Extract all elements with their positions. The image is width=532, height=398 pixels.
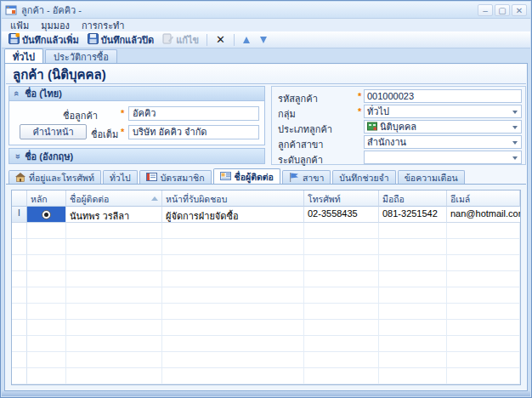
tab-detail-general[interactable]: ทั่วไป	[103, 170, 138, 185]
tab-general[interactable]: ทั่วไป	[4, 48, 43, 64]
tab-contacts-label: ชื่อผู้ติดต่อ	[235, 170, 274, 185]
empty-row	[12, 255, 520, 271]
chevron-down-icon	[512, 156, 518, 160]
chevron-down-icon	[512, 126, 518, 129]
customer-level-label: ระดับลูกค้า	[278, 152, 323, 168]
top-tab-strip: ทั่วไป ประวัติการซื้อ	[4, 48, 119, 64]
empty-row	[12, 271, 520, 287]
customer-code-input[interactable]: 001000023	[364, 89, 522, 103]
tab-purchase-history[interactable]: ประวัติการซื้อ	[45, 49, 117, 64]
required-marker: *	[358, 106, 361, 117]
next-record-button[interactable]	[260, 37, 267, 43]
required-marker: *	[121, 127, 124, 137]
save-and-close-label: บันทึกแล้วปิด	[101, 32, 155, 48]
page-title: ลูกค้า (นิติบุคคล)	[6, 65, 526, 84]
save-and-new-label: บันทึกแล้วเพิ่ม	[22, 32, 79, 48]
tab-general-label: ทั่วไป	[13, 49, 35, 65]
expand-icon: «	[12, 153, 22, 158]
table-row[interactable]: I นันทพร วรลีลา ผู้จัดการฝ่ายจัดซื้อ 02-…	[12, 207, 520, 223]
section-name-thai-title: ชื่อ (ไทย)	[25, 86, 62, 101]
customer-name-label: ชื่อลูกค้า	[63, 108, 98, 123]
juristic-person-icon	[367, 121, 377, 133]
empty-row	[12, 304, 520, 320]
previous-record-button[interactable]	[243, 37, 250, 43]
delete-button[interactable]: ✕	[212, 33, 229, 46]
minimize-button[interactable]: –	[478, 4, 493, 16]
flag-icon	[289, 173, 299, 184]
column-header-contact-name[interactable]: ชื่อผู้ติดต่อ	[66, 190, 162, 207]
customer-code-value: 001000023	[367, 91, 414, 101]
maximize-button[interactable]: ▢	[495, 4, 510, 16]
column-header-phone[interactable]: โทรศัพท์	[304, 190, 379, 207]
branch-dropdown[interactable]: สำนักงาน	[364, 135, 522, 149]
customer-info-panel: รหัสลูกค้า * 001000023 กลุ่ม * ทั่วไป ปร…	[271, 86, 526, 165]
section-name-english-header[interactable]: « ชื่อ (อังกฤษ)	[9, 149, 264, 163]
empty-row	[12, 352, 520, 368]
edit-button[interactable]: แก้ไข	[159, 31, 202, 48]
branch-value: สำนักงาน	[367, 134, 406, 150]
tab-warning-message[interactable]: ข้อความเตือน	[398, 170, 465, 185]
menu-actions[interactable]: การกระทำ	[76, 18, 131, 33]
prefix-button[interactable]: คำนำหน้า	[20, 124, 87, 139]
edit-icon	[162, 33, 173, 46]
sort-ascending-icon	[151, 196, 158, 201]
section-name-english: « ชื่อ (อังกฤษ)	[8, 148, 265, 164]
close-button[interactable]: ✕	[512, 4, 527, 16]
current-row-indicator: I	[12, 207, 27, 223]
tab-member-card[interactable]: บัตรสมาชิก	[139, 170, 212, 185]
column-header-responsibility[interactable]: หน้าที่รับผิดชอบ	[162, 190, 304, 207]
empty-row	[12, 320, 520, 336]
collapse-icon: «	[12, 91, 22, 96]
mobile-cell: 081-3251542	[379, 207, 447, 223]
tab-memo[interactable]: บันทึกช่วยจำ	[332, 170, 395, 185]
tab-address-phone-label: ที่อยู่และโทรศัพท์	[29, 171, 94, 185]
group-dropdown[interactable]: ทั่วไป	[364, 105, 522, 118]
save-and-new-button[interactable]: บันทึกแล้วเพิ่ม	[5, 31, 82, 48]
empty-row	[12, 368, 520, 384]
contact-name-cell: นันทพร วรลีลา	[66, 207, 162, 223]
column-header-email[interactable]: อีเมล์	[447, 190, 520, 207]
edit-label: แก้ไข	[176, 32, 199, 48]
primary-radio[interactable]	[42, 210, 51, 219]
empty-row	[12, 287, 520, 304]
contacts-panel: หลัก ชื่อผู้ติดต่อ หน้าที่รับผิดชอบ โทรศ…	[6, 184, 526, 389]
tab-warning-message-label: ข้อความเตือน	[405, 171, 458, 185]
save-and-close-button[interactable]: บันทึกแล้วปิด	[84, 31, 158, 48]
tab-memo-label: บันทึกช่วยจำ	[339, 171, 388, 185]
form-content: ลูกค้า (นิติบุคคล) « ชื่อ (ไทย) ชื่อลูกค…	[4, 63, 528, 391]
section-name-thai: « ชื่อ (ไทย) ชื่อลูกค้า * อัคคิว คำนำหน้…	[8, 86, 265, 145]
column-header-primary[interactable]: หลัก	[27, 190, 66, 207]
tab-detail-general-label: ทั่วไป	[110, 171, 131, 185]
save-close-icon	[88, 33, 99, 46]
tab-address-phone[interactable]: ที่อยู่และโทรศัพท์	[8, 170, 101, 185]
menubar: แฟ้ม มุมมอง การกระทำ	[2, 19, 530, 31]
required-marker: *	[358, 91, 361, 101]
customer-name-input[interactable]: อัคคิว	[128, 106, 259, 121]
tab-contacts[interactable]: ชื่อผู้ติดต่อ	[213, 168, 280, 185]
window-title: ลูกค้า - อัคคิว -	[21, 3, 82, 18]
row-indicator-header	[12, 190, 27, 207]
tab-branch[interactable]: สาขา	[282, 170, 331, 185]
empty-row	[12, 239, 520, 255]
member-card-icon	[146, 173, 157, 183]
required-marker: *	[121, 108, 124, 118]
house-icon	[15, 173, 25, 184]
window-controls: – ▢ ✕	[478, 4, 527, 16]
menu-view[interactable]: มุมมอง	[35, 18, 76, 33]
toolbar-separator	[207, 34, 207, 46]
tab-branch-label: สาขา	[303, 171, 324, 185]
column-header-mobile[interactable]: มือถือ	[379, 190, 447, 207]
menu-file[interactable]: แฟ้ม	[4, 18, 35, 33]
section-name-thai-header[interactable]: « ชื่อ (ไทย)	[9, 87, 264, 101]
radio-dot-icon	[44, 213, 48, 217]
save-add-icon	[8, 33, 20, 46]
responsibility-cell: ผู้จัดการฝ่ายจัดซื้อ	[162, 207, 304, 223]
titlebar: ลูกค้า - อัคคิว - – ▢ ✕	[2, 2, 530, 19]
customer-type-dropdown[interactable]: นิติบุคคล	[364, 120, 522, 134]
empty-row	[12, 384, 520, 385]
customer-level-dropdown[interactable]	[364, 151, 522, 164]
full-name-input[interactable]: บริษัท อัคคิว จำกัด	[128, 125, 259, 139]
window-bottom-frame	[2, 391, 530, 396]
detail-tab-strip: ที่อยู่และโทรศัพท์ ทั่วไป บัตรสมาชิก	[8, 168, 467, 185]
contact-card-icon	[220, 172, 231, 182]
